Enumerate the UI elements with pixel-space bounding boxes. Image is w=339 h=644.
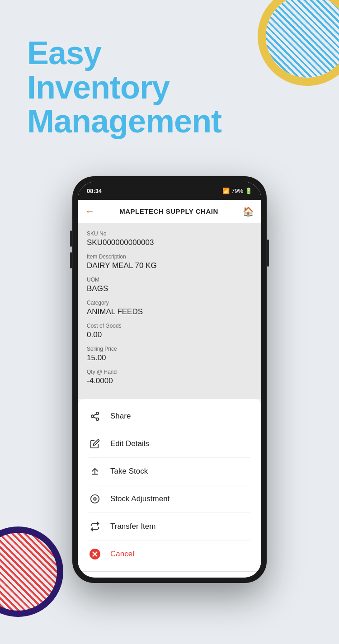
bottom-nav: ||| ○ ‹: [78, 571, 261, 578]
nav-menu-button[interactable]: |||: [106, 576, 113, 578]
description-field: Item Description DAIRY MEAL 70 KG: [87, 254, 252, 270]
uom-field: UOM BAGS: [87, 277, 252, 293]
qty-value: -4.0000: [87, 376, 252, 385]
uom-label: UOM: [87, 277, 252, 283]
status-bar: 08:34 📶 79% 🔋: [78, 182, 261, 200]
hero-line1: Easy: [27, 36, 221, 71]
app-header: ← MAPLETECH SUPPLY CHAIN 🏠: [78, 200, 261, 223]
take-stock-label: Take Stock: [110, 467, 148, 476]
hero-section: Easy Inventory Management: [27, 36, 221, 139]
status-time: 08:34: [87, 188, 102, 194]
phone-frame: 08:34 📶 79% 🔋 ← MAPLETECH SUPPLY CHAIN 🏠…: [72, 176, 267, 583]
uom-value: BAGS: [87, 284, 252, 293]
cost-value: 0.00: [87, 330, 252, 339]
svg-point-8: [94, 498, 96, 500]
nav-back-button[interactable]: ‹: [230, 576, 233, 578]
item-detail-content: SKU No SKU000000000003 Item Description …: [78, 223, 261, 399]
share-action[interactable]: Share: [78, 403, 261, 430]
take-stock-icon: [89, 465, 101, 478]
phone-screen: 08:34 📶 79% 🔋 ← MAPLETECH SUPPLY CHAIN 🏠…: [78, 182, 261, 578]
app-title: MAPLETECH SUPPLY CHAIN: [119, 207, 218, 215]
svg-point-0: [96, 412, 99, 415]
cost-field: Cost of Goods 0.00: [87, 323, 252, 339]
vol-up-button: [70, 230, 72, 247]
share-label: Share: [110, 412, 131, 421]
battery-text: 79%: [231, 188, 243, 194]
nav-home-button[interactable]: ○: [169, 576, 174, 578]
cancel-icon: [89, 548, 101, 560]
share-icon: [89, 410, 101, 423]
back-button[interactable]: ←: [85, 206, 95, 217]
qty-label: Qty @ Hand: [87, 369, 252, 375]
stock-adjustment-action[interactable]: Stock Adjustment: [78, 485, 261, 512]
status-right: 📶 79% 🔋: [222, 188, 252, 194]
selling-value: 15.00: [87, 353, 252, 362]
action-sheet: Share Edit Details: [78, 399, 261, 571]
take-stock-action[interactable]: Take Stock: [78, 458, 261, 485]
cost-label: Cost of Goods: [87, 323, 252, 329]
description-label: Item Description: [87, 254, 252, 260]
cancel-label[interactable]: Cancel: [110, 550, 134, 559]
edit-action[interactable]: Edit Details: [78, 430, 261, 457]
home-button[interactable]: 🏠: [243, 206, 254, 217]
description-value: DAIRY MEAL 70 KG: [87, 261, 252, 270]
stock-adjustment-label: Stock Adjustment: [110, 494, 170, 503]
category-field: Category ANIMAL FEEDS: [87, 300, 252, 316]
sku-label: SKU No: [87, 230, 252, 237]
svg-point-2: [96, 418, 99, 421]
edit-icon: [89, 437, 101, 450]
hero-line3: Management: [27, 104, 221, 139]
qty-field: Qty @ Hand -4.0000: [87, 369, 252, 385]
transfer-action[interactable]: Transfer Item: [78, 513, 261, 540]
svg-point-7: [91, 495, 99, 503]
transfer-icon: [89, 520, 101, 533]
signal-icon: 📶: [222, 188, 230, 194]
stock-adjustment-icon: [89, 493, 101, 505]
category-value: ANIMAL FEEDS: [87, 307, 252, 316]
edit-label: Edit Details: [110, 439, 149, 448]
cancel-action[interactable]: Cancel: [78, 541, 261, 568]
transfer-label: Transfer Item: [110, 522, 155, 531]
deco-circle-top-right: [258, 0, 339, 86]
sku-field: SKU No SKU000000000003: [87, 230, 252, 247]
selling-price-field: Selling Price 15.00: [87, 346, 252, 362]
power-button: [267, 240, 269, 267]
svg-line-3: [94, 417, 96, 418]
hero-line2: Inventory: [27, 71, 221, 105]
vol-down-button: [70, 252, 72, 268]
svg-point-1: [91, 415, 94, 418]
sku-value: SKU000000000003: [87, 238, 252, 247]
phone-mockup: 08:34 📶 79% 🔋 ← MAPLETECH SUPPLY CHAIN 🏠…: [72, 176, 267, 583]
notch: [142, 182, 197, 194]
svg-line-4: [94, 414, 96, 416]
category-label: Category: [87, 300, 252, 306]
battery-icon: 🔋: [245, 188, 252, 194]
selling-label: Selling Price: [87, 346, 252, 352]
deco-circle-bottom-left: [0, 526, 63, 617]
